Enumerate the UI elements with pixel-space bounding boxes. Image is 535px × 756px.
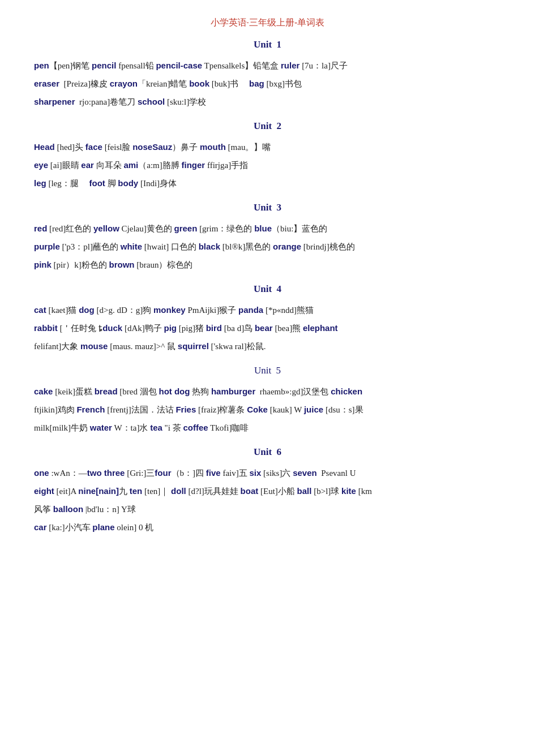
- unit-6-body: one :wAn：—two three [Gri:]三four（b：]四 fiv…: [34, 465, 501, 536]
- page-title: 小学英语·三年级上册-单词表: [34, 17, 501, 29]
- unit-1-section: Unit 1 pen【pen]钢笔 pencil fpensall铅 penci…: [34, 39, 501, 110]
- unit-6-section: Unit 6 one :wAn：—two three [Gri:]三four（b…: [34, 446, 501, 536]
- unit-5-section: Unit 5 cake [keik]蛋糕 bread [bred 涸包 hot …: [34, 365, 501, 436]
- page-container: 小学英语·三年级上册-单词表 Unit 1 pen【pen]钢笔 pencil …: [34, 17, 501, 536]
- unit-3-section: Unit 3 red [red]红色的 yellow Cjelau]黄色的 gr…: [34, 202, 501, 273]
- unit-2-body: Head [hed]头 face [feisl脸 noseSauz）鼻子 mou…: [34, 139, 501, 192]
- unit-4-body: cat [kaet]猫 dog [d>g. dD：g]狗 monkey PmAi…: [34, 302, 501, 355]
- unit-2-heading: Unit 2: [34, 121, 501, 132]
- unit-2-section: Unit 2 Head [hed]头 face [feisl脸 noseSauz…: [34, 121, 501, 192]
- unit-4-section: Unit 4 cat [kaet]猫 dog [d>g. dD：g]狗 monk…: [34, 284, 501, 355]
- unit-5-heading: Unit 5: [34, 365, 501, 376]
- unit-5-body: cake [keik]蛋糕 bread [bred 涸包 hot dog 热狗 …: [34, 383, 501, 436]
- unit-6-heading: Unit 6: [34, 446, 501, 458]
- unit-4-heading: Unit 4: [34, 284, 501, 295]
- unit-3-body: red [red]红色的 yellow Cjelau]黄色的 green [gr…: [34, 220, 501, 273]
- unit-1-body: pen【pen]钢笔 pencil fpensall铅 pencil-case …: [34, 57, 501, 110]
- unit-3-heading: Unit 3: [34, 202, 501, 213]
- unit-1-heading: Unit 1: [34, 39, 501, 50]
